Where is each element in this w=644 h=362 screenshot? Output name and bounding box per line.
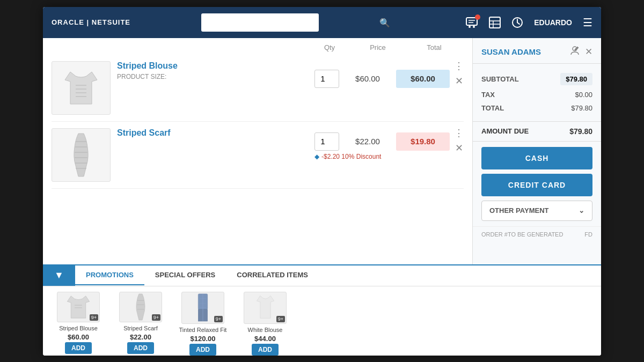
- customer-actions: ✕: [570, 46, 592, 58]
- product-add-button-1[interactable]: ADD: [127, 342, 154, 354]
- item-actions-scarf: ⋮ ✕: [450, 128, 464, 154]
- header-icons: EDUARDO ☰: [465, 16, 592, 29]
- other-payment-label: OTHER PAYMENT: [489, 206, 549, 215]
- other-payment-button[interactable]: OTHER PAYMENT ⌄: [481, 201, 592, 221]
- total-row: TOTAL $79.80: [481, 101, 592, 115]
- product-add-button-3[interactable]: ADD: [252, 344, 279, 356]
- amount-due-row: AMOUNT DUE $79.80: [473, 122, 601, 142]
- cart-item-name-blouse: Striped Blouse: [117, 61, 314, 71]
- tax-label: TAX: [481, 91, 495, 99]
- logo: ORACLE | NETSUITE: [52, 18, 130, 26]
- item-menu-button-blouse[interactable]: ⋮: [454, 61, 464, 71]
- tab-correlated-items[interactable]: CORRELATED ITEMS: [226, 265, 319, 285]
- order-generated-value: FD: [584, 231, 592, 238]
- bottom-products-list: 9+ Striped Blouse $60.00 ADD 9+ Str: [43, 286, 601, 356]
- product-image-scarf: [52, 128, 111, 182]
- product-thumb-2: 9+: [181, 292, 224, 324]
- search-icon-button[interactable]: 🔍: [379, 17, 390, 27]
- order-summary: SUBTOTAL $79.80 TAX $0.00 TOTAL $79.80: [473, 64, 601, 122]
- tax-value: $0.00: [575, 91, 592, 99]
- product-image-blouse: [52, 61, 111, 115]
- customer-name: SUSAN ADAMS: [481, 47, 541, 56]
- bottom-section: ▼ PROMOTIONS SPECIAL OFFERS CORRELATED I…: [43, 264, 601, 356]
- amount-due-value: $79.80: [569, 127, 592, 136]
- price-label-blouse: $60.00: [343, 74, 392, 83]
- search-wrapper: 🔍: [201, 13, 394, 32]
- product-card-2: 9+ Tinted Relaxed Fit $120.00 ADD: [176, 292, 230, 350]
- item-remove-button-scarf[interactable]: ✕: [455, 142, 463, 154]
- total-box-blouse: $60.00: [396, 70, 450, 88]
- order-generated-row: ORDER #TO BE GENERATED FD: [473, 226, 601, 242]
- cart-item-right-scarf: 1 $22.00 $19.80 ◆ -$2.20 10% Discount: [314, 128, 450, 160]
- customer-header: SUSAN ADAMS ✕: [473, 38, 601, 64]
- product-price-3: $44.00: [254, 335, 276, 343]
- qty-input-blouse[interactable]: 1: [314, 70, 339, 88]
- product-add-button-0[interactable]: ADD: [65, 342, 92, 354]
- header: ORACLE | NETSUITE 🔍: [43, 7, 601, 38]
- amount-due-label: AMOUNT DUE: [481, 127, 529, 135]
- svg-rect-5: [489, 17, 500, 28]
- product-name-1: Striped Scarf: [123, 324, 158, 332]
- cart-item-meta-blouse: PRODUCT SIZE:: [117, 73, 314, 80]
- product-badge-2: 9+: [214, 316, 223, 322]
- product-card-0: 9+ Striped Blouse $60.00 ADD: [52, 292, 105, 350]
- tab-promotions[interactable]: PROMOTIONS: [75, 265, 144, 285]
- tabs-bar: ▼ PROMOTIONS SPECIAL OFFERS CORRELATED I…: [43, 265, 601, 286]
- product-badge-3: 9+: [276, 316, 285, 322]
- search-input[interactable]: [201, 13, 319, 32]
- customer-profile-button[interactable]: [570, 46, 580, 58]
- svg-point-4: [473, 26, 475, 28]
- table-icon-button[interactable]: [489, 17, 501, 28]
- product-badge-1: 9+: [152, 314, 160, 321]
- cash-button[interactable]: CASH: [481, 147, 592, 169]
- item-menu-button-scarf[interactable]: ⋮: [454, 128, 464, 138]
- cart-item-name-scarf: Striped Scarf: [117, 128, 314, 138]
- product-badge-0: 9+: [90, 314, 98, 321]
- total-value: $79.80: [571, 104, 592, 112]
- main-content: Qty Price Total: [43, 38, 601, 264]
- qty-input-scarf[interactable]: 1: [314, 132, 339, 151]
- discount-amount-scarf: -$2.20 10% Discount: [321, 153, 381, 160]
- product-name-0: Striped Blouse: [59, 324, 98, 332]
- col-header-total: Total: [405, 43, 464, 51]
- svg-point-3: [469, 26, 471, 28]
- product-thumb-1: 9+: [119, 292, 162, 322]
- credit-card-button[interactable]: CREDIT CARD: [481, 174, 592, 196]
- cart-icon-button[interactable]: [465, 17, 478, 28]
- user-name: EDUARDO: [534, 18, 572, 27]
- product-price-0: $60.00: [68, 333, 89, 341]
- cart-column-headers: Qty Price Total: [52, 38, 464, 55]
- tabs-collapse-button[interactable]: ▼: [43, 265, 75, 286]
- hamburger-menu-button[interactable]: ☰: [583, 16, 592, 29]
- subtotal-row: SUBTOTAL $79.80: [481, 70, 592, 88]
- col-header-qty: Qty: [308, 43, 351, 51]
- total-label: TOTAL: [481, 104, 504, 112]
- col-header-product: [116, 43, 308, 51]
- product-price-1: $22.00: [130, 333, 151, 341]
- history-icon-button[interactable]: [511, 17, 523, 28]
- subtotal-value: $79.80: [560, 73, 592, 85]
- customer-close-button[interactable]: ✕: [585, 46, 592, 58]
- right-panel: SUSAN ADAMS ✕ SUBTOTAL $79.80: [472, 38, 601, 264]
- chevron-down-icon: ▼: [54, 270, 64, 281]
- subtotal-label: SUBTOTAL: [481, 75, 519, 83]
- price-label-scarf: $22.00: [343, 137, 392, 146]
- cart-item-details-scarf: Striped Scarf: [111, 128, 314, 140]
- product-thumb-3: 9+: [244, 292, 287, 324]
- product-add-button-2[interactable]: ADD: [189, 344, 216, 356]
- tab-special-offers[interactable]: SPECIAL OFFERS: [144, 265, 226, 285]
- item-actions-blouse: ⋮ ✕: [450, 61, 464, 87]
- order-generated-label: ORDER #TO BE GENERATED: [481, 231, 563, 238]
- tax-row: TAX $0.00: [481, 88, 592, 101]
- product-price-2: $120.00: [191, 335, 216, 343]
- payment-buttons: CASH CREDIT CARD OTHER PAYMENT ⌄: [473, 142, 601, 226]
- cart-badge: [475, 14, 480, 20]
- cart-item-controls-scarf: 1 $22.00 $19.80: [314, 132, 450, 151]
- item-remove-button-blouse[interactable]: ✕: [455, 75, 463, 87]
- chevron-down-icon: ⌄: [579, 206, 584, 215]
- app-container: ORACLE | NETSUITE 🔍: [43, 7, 601, 356]
- cart-item-controls-blouse: 1 $60.00 $60.00: [314, 65, 450, 88]
- product-name-2: Tinted Relaxed Fit: [179, 326, 227, 334]
- discount-diamond-icon: ◆: [314, 153, 319, 160]
- discount-row-scarf: ◆ -$2.20 10% Discount: [314, 153, 450, 160]
